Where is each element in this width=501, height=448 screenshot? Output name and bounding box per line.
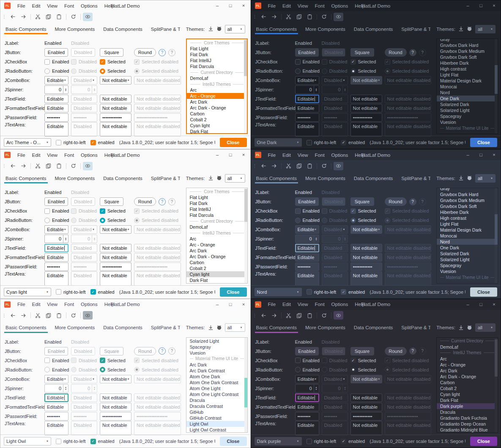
forward-icon[interactable] <box>269 162 279 170</box>
spinner-arrows[interactable]: ▲▼ <box>314 86 319 93</box>
checkbox-enabled[interactable]: Enabled <box>295 59 320 65</box>
combobox-not-editable[interactable]: Not editable▼ <box>100 225 131 234</box>
close-window-button[interactable]: × <box>237 0 250 11</box>
close-window-button[interactable]: × <box>487 150 501 160</box>
theme-list-item-one-dark[interactable]: One Dark <box>437 245 498 251</box>
theme-list-item-hiberbee-dark[interactable]: Hiberbee Dark <box>437 209 498 215</box>
combobox-disabled[interactable]: Disabled▼ <box>322 76 348 85</box>
download-icon[interactable] <box>208 325 214 331</box>
checkbox-enabled[interactable]: Enabled <box>295 358 320 363</box>
textfield-not-editable-disabled[interactable]: Not editable disabled <box>134 403 181 411</box>
theme-list-item-flat-light[interactable]: Flat Light <box>187 46 247 52</box>
theme-list-item-hiberbee-dark[interactable]: Hiberbee Dark <box>437 60 498 66</box>
scrollbar-track[interactable] <box>244 338 247 432</box>
textfield-not-editable-disabled[interactable]: Not editable disabled <box>134 104 181 112</box>
theme-list-item-atom-one-dark[interactable]: Atom One Dark <box>186 374 247 380</box>
theme-list-item-dracula-contrast[interactable]: Dracula Contrast <box>186 403 247 409</box>
textfield-not-editable[interactable]: Not editable <box>350 95 382 103</box>
download-icon[interactable] <box>458 26 464 32</box>
textfield-disabled[interactable]: Disabled <box>71 393 97 402</box>
theme-list-item-cyan-light[interactable]: Cyan light <box>437 391 498 397</box>
spinner-arrows[interactable]: ▲▼ <box>92 385 97 392</box>
theme-filter-combo[interactable]: all▼ <box>225 323 245 332</box>
radio-enabled[interactable]: Enabled <box>295 367 320 372</box>
round-button[interactable]: Round <box>134 197 156 206</box>
github-icon[interactable] <box>467 26 472 32</box>
textfield-not-editable[interactable]: Not editable <box>350 403 382 411</box>
disabled-button[interactable]: Disabled <box>322 48 346 57</box>
theme-list-item-cobalt-2[interactable]: Cobalt 2 <box>187 117 247 123</box>
theme-list-item-one-dark[interactable]: One Dark <box>437 96 498 101</box>
radio-disabled[interactable]: Disabled <box>322 367 348 372</box>
menu-font[interactable]: Font <box>312 153 328 158</box>
radio-selected[interactable]: Selected <box>350 218 376 223</box>
download-icon[interactable] <box>458 325 464 331</box>
spinner-arrows[interactable]: ▲▼ <box>92 235 97 243</box>
checkbox-selected[interactable]: ✓Selected <box>100 59 126 65</box>
textarea-disabled[interactable]: Disabled <box>322 421 348 435</box>
combobox-disabled[interactable]: Disabled▼ <box>71 76 97 85</box>
disabled-button[interactable]: Disabled <box>71 347 95 355</box>
textfield-editable[interactable]: Editable <box>295 104 319 112</box>
textarea-editable[interactable]: Editable <box>44 421 68 435</box>
radio-selected[interactable]: Selected <box>350 68 376 74</box>
menu-edit[interactable]: Edit <box>279 302 294 307</box>
theme-list-item-demolaf[interactable]: DemoLaf <box>437 344 498 350</box>
theme-list-item-arc-dark[interactable]: Arc Dark <box>187 99 247 105</box>
right-to-left-checkbox[interactable]: right-to-left <box>307 289 337 295</box>
textarea-editable[interactable]: Editable <box>295 421 319 435</box>
textarea-not-editable[interactable]: Not editable <box>350 271 382 286</box>
theme-list-item-dark-flat[interactable]: Dark Flat <box>437 397 498 403</box>
checkbox-selected-disabled[interactable]: ✓Selected disabled <box>134 358 178 363</box>
textfield-editable[interactable]: Editable <box>295 253 319 262</box>
radio-selected[interactable]: Selected <box>100 68 126 74</box>
tab-splitpane-tabs[interactable]: SplitPane & Tabs <box>397 22 430 36</box>
right-to-left-checkbox[interactable]: right-to-left <box>56 140 86 145</box>
enabled-checkbox[interactable]: ✓enabled <box>341 289 365 295</box>
textarea-not-editable-disabled[interactable]: Not editable disabled <box>134 421 181 435</box>
textfield-not-editable-disabled[interactable]: Not editable disabled <box>385 95 432 103</box>
textfield-[interactable]: •••••••• <box>295 412 319 421</box>
radio-selected-disabled[interactable]: Selected disabled <box>385 367 429 372</box>
tab-more-components[interactable]: More Components <box>51 321 99 334</box>
combobox-not-editable-disabled[interactable]: Not editable disabled▼ <box>134 225 181 234</box>
menu-edit[interactable]: Edit <box>29 302 44 307</box>
toolbar-grip[interactable]: ⋮ <box>253 14 257 19</box>
checkbox-disabled[interactable]: Disabled <box>71 208 97 214</box>
textfield-editable[interactable]: Editable <box>295 244 319 252</box>
textfield-[interactable]: ••••••••••••••••••• <box>134 262 181 271</box>
square-button[interactable]: Square <box>100 347 123 355</box>
menu-edit[interactable]: Edit <box>29 153 44 158</box>
textarea-not-editable[interactable]: Not editable <box>100 122 131 137</box>
tab-basic-components[interactable]: Basic Components <box>1 172 51 185</box>
back-icon[interactable] <box>8 13 18 21</box>
combobox-disabled[interactable]: Disabled▼ <box>71 225 97 234</box>
textfield-[interactable]: •••••••• <box>44 262 68 271</box>
textfield-not-editable[interactable]: Not editable <box>100 393 131 402</box>
theme-list-item-nord[interactable]: Nord <box>437 239 498 245</box>
enabled-checkbox[interactable]: ✓enabled <box>341 439 365 444</box>
textarea-not-editable-disabled[interactable]: Not editable disabled <box>385 271 432 286</box>
checkbox-enabled[interactable]: Enabled <box>44 208 69 214</box>
theme-list-item-carbon[interactable]: Carbon <box>186 260 247 265</box>
checkbox-selected[interactable]: ✓Selected <box>100 358 126 363</box>
textarea-not-editable-disabled[interactable]: Not editable disabled <box>385 421 432 435</box>
tab-basic-components[interactable]: Basic Components <box>252 321 301 334</box>
textfield-disabled[interactable]: Disabled <box>322 244 348 252</box>
toolbar-grip[interactable]: ⋮ <box>2 14 6 19</box>
toolbar-grip[interactable]: ⋮ <box>253 164 257 168</box>
theme-list-item-github[interactable]: GitHub <box>186 409 247 415</box>
show-icon[interactable] <box>334 13 343 21</box>
theme-filter-combo[interactable]: all▼ <box>475 25 496 33</box>
theme-list-item-gruvbox-dark-medium[interactable]: Gruvbox Dark Medium <box>437 197 498 203</box>
copy-icon[interactable] <box>294 311 304 320</box>
checkbox-selected-disabled[interactable]: ✓Selected disabled <box>134 59 178 65</box>
github-icon[interactable] <box>467 325 472 331</box>
textfield-editable[interactable]: Editable <box>44 104 68 112</box>
download-icon[interactable] <box>208 26 214 32</box>
maximize-button[interactable]: □ <box>224 299 237 310</box>
checkbox-enabled[interactable]: Enabled <box>295 208 320 214</box>
round-button[interactable]: Round <box>134 48 156 57</box>
textfield-not-editable-disabled[interactable]: Not editable disabled <box>385 403 432 411</box>
combobox-editable[interactable]: Editable▼ <box>44 375 68 383</box>
